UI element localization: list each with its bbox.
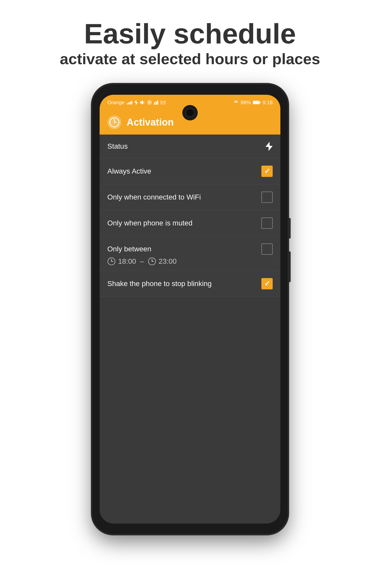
page-subtitle: activate at selected hours or places: [60, 49, 320, 69]
time-label: 9:18: [263, 100, 273, 106]
svg-marker-14: [265, 142, 273, 151]
data-icon: [154, 100, 158, 105]
checkmark-icon: ✓: [264, 168, 270, 175]
list-item-status[interactable]: Status: [100, 135, 280, 158]
sync-icon: [147, 100, 152, 105]
side-button-volume: [288, 251, 291, 282]
list-item-shake[interactable]: Shake the phone to stop blinking ✓: [100, 271, 280, 297]
time-end-value: 23:00: [159, 257, 177, 265]
shake-label: Shake the phone to stop blinking: [107, 280, 212, 288]
signal-bars: [127, 100, 132, 105]
nfc-icon: [233, 100, 239, 105]
app-header-icon: [107, 115, 121, 129]
volume-icon: [140, 100, 145, 105]
svg-rect-1: [140, 102, 141, 103]
clock-end-icon: [148, 257, 156, 265]
gmail-icon: [160, 100, 166, 105]
phone-screen: Orange: [100, 95, 280, 524]
lightning-icon: [265, 142, 273, 151]
signal-bar-1: [127, 103, 128, 105]
muted-checkbox[interactable]: [261, 217, 273, 229]
svg-rect-5: [156, 101, 157, 105]
time-end-item[interactable]: 23:00: [148, 257, 177, 265]
wifi-checkbox[interactable]: [261, 192, 273, 203]
svg-rect-9: [253, 101, 259, 104]
carrier-label: Orange: [107, 100, 125, 106]
camera-notch: [182, 105, 198, 120]
svg-rect-6: [157, 100, 158, 105]
battery-label: 99%: [241, 100, 251, 106]
settings-list: Status Always Active ✓ Only when connect…: [100, 135, 280, 297]
camera-lens: [185, 108, 195, 117]
side-button-power: [288, 218, 291, 239]
signal-bar-4: [131, 101, 132, 105]
shake-checkmark-icon: ✓: [264, 280, 270, 287]
time-row: 18:00 – 23:00: [100, 257, 280, 271]
svg-marker-0: [134, 100, 138, 105]
app-title: Activation: [127, 117, 174, 128]
list-item-always-active[interactable]: Always Active ✓: [100, 158, 280, 184]
shake-checkbox[interactable]: ✓: [261, 278, 273, 289]
svg-rect-4: [154, 102, 155, 105]
lightning-status-icon: [134, 100, 138, 105]
status-bar-right: 99% 9:18: [233, 100, 273, 106]
only-between-label: Only between: [107, 245, 151, 253]
signal-bar-3: [130, 102, 131, 105]
signal-bar-2: [128, 102, 129, 105]
only-between-header[interactable]: Only between: [100, 236, 280, 257]
list-item-only-between-group: Only between 18:00 –: [100, 236, 280, 271]
status-label: Status: [107, 142, 128, 150]
always-active-label: Always Active: [107, 167, 151, 175]
time-start-item[interactable]: 18:00: [107, 257, 136, 265]
muted-label: Only when phone is muted: [107, 219, 193, 227]
list-item-wifi[interactable]: Only when connected to WiFi: [100, 184, 280, 210]
list-item-muted[interactable]: Only when phone is muted: [100, 210, 280, 236]
svg-point-3: [149, 102, 150, 103]
time-separator: –: [140, 257, 144, 265]
status-bar-left: Orange: [107, 100, 166, 106]
time-start-value: 18:00: [118, 257, 136, 265]
phone-mockup: Orange: [92, 84, 288, 534]
battery-icon: [253, 100, 261, 105]
always-active-checkbox[interactable]: ✓: [261, 166, 273, 177]
only-between-checkbox[interactable]: [261, 243, 273, 255]
page-title: Easily schedule: [60, 18, 320, 49]
svg-rect-10: [260, 102, 261, 103]
clock-start-icon: [107, 257, 116, 265]
wifi-label: Only when connected to WiFi: [107, 193, 201, 201]
page-header: Easily schedule activate at selected hou…: [60, 0, 320, 79]
svg-point-7: [236, 102, 236, 103]
